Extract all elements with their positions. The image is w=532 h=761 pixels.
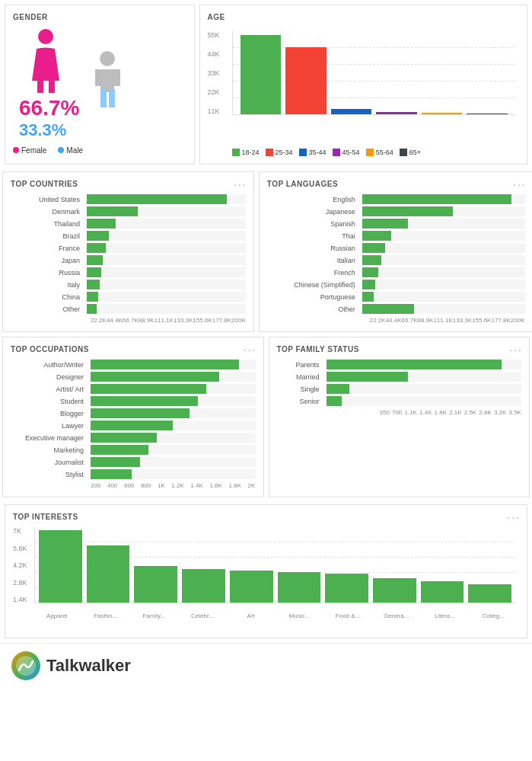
family-section: ··· TOP FAMILY STATUS ParentsMarriedSing…: [269, 337, 530, 497]
list-item: [39, 530, 82, 603]
list-item: Stylist: [11, 469, 256, 479]
male-icon: [91, 50, 125, 118]
list-item: French: [267, 267, 525, 277]
bar-label: Japan: [11, 257, 83, 264]
bar-label: Other: [267, 305, 358, 313]
list-item: [325, 574, 368, 603]
bar-fill: [91, 420, 173, 430]
bar-track: [91, 384, 256, 394]
interest-x-label: Genera...: [374, 612, 419, 619]
bar-label: Lawyer: [11, 422, 87, 430]
list-item: Journalist: [11, 457, 256, 467]
list-item: United States: [11, 194, 246, 204]
bar-label: Designer: [11, 373, 87, 381]
interests-dots-menu[interactable]: ···: [507, 511, 521, 523]
list-item: [134, 566, 177, 603]
bar-track: [362, 243, 525, 253]
interest-bar: [39, 530, 82, 603]
occupations-bars: Author/WriterDesignerArtist/ ArtStudentB…: [11, 360, 256, 479]
age-bars: [241, 30, 508, 114]
bar-fill: [87, 304, 97, 314]
gender-title: GENDER: [13, 13, 186, 21]
family-bars: ParentsMarriedSingleSenior: [277, 360, 522, 406]
svg-rect-2: [49, 79, 55, 93]
countries-dots-menu[interactable]: ···: [234, 178, 247, 190]
bar-fill: [87, 219, 116, 229]
bar-track: [91, 420, 256, 430]
list-item: China: [11, 292, 246, 302]
list-item: Japan: [11, 255, 246, 265]
talkwalker-brand: Talkwalker: [46, 656, 131, 676]
list-item: Italy: [11, 280, 246, 289]
occupations-dots-menu[interactable]: ···: [244, 344, 257, 356]
bar-label: Artist/ Art: [11, 385, 87, 393]
bar-track: [87, 194, 246, 204]
age-bar-35-44: [331, 109, 372, 114]
bar-label: Japanese: [267, 208, 358, 216]
bar-fill: [87, 280, 100, 289]
list-item: [87, 545, 130, 603]
languages-dots-menu[interactable]: ···: [513, 178, 527, 190]
list-item: Parents: [277, 360, 522, 369]
interest-bar: [373, 578, 416, 603]
list-item: Russia: [11, 267, 246, 277]
bar-label: Thailand: [11, 220, 83, 228]
interest-bar: [182, 569, 225, 603]
female-icon: [25, 27, 67, 96]
age-section: AGE 55K44K33K22K11K: [199, 5, 528, 165]
bar-fill: [362, 231, 391, 241]
bar-label: Denmark: [11, 208, 83, 216]
age-bar-45-54: [376, 112, 417, 114]
gender-legend: Female Male: [13, 146, 186, 155]
list-item: Single: [277, 384, 522, 394]
bar-fill: [362, 267, 378, 277]
list-item: Blogger: [11, 408, 256, 418]
interest-bar: [87, 545, 130, 603]
occupations-section: ··· TOP OCCUPATIONS Author/WriterDesigne…: [2, 337, 264, 497]
family-dots-menu[interactable]: ···: [509, 344, 523, 356]
interest-bar: [278, 572, 321, 603]
bar-fill: [87, 194, 227, 204]
list-item: English: [267, 194, 525, 204]
bar-fill: [362, 206, 454, 216]
interest-bar: [421, 581, 464, 603]
talkwalker-icon: [11, 651, 40, 680]
bar-track: [87, 304, 246, 314]
bar-fill: [327, 360, 502, 369]
list-item: Thailand: [11, 219, 246, 229]
bar-fill: [87, 292, 98, 302]
svg-point-3: [100, 51, 115, 66]
list-item: Executive manager: [11, 433, 256, 443]
age-bar-18-24: [241, 35, 282, 115]
footer: Talkwalker: [0, 643, 532, 688]
list-item: Author/Writer: [11, 360, 256, 369]
list-item: Russian: [267, 243, 525, 253]
age-bar-25-34: [285, 47, 327, 114]
list-item: Student: [11, 396, 256, 406]
bar-label: English: [267, 196, 358, 203]
bar-track: [87, 280, 246, 289]
bar-label: Thai: [267, 232, 358, 240]
bar-track: [91, 457, 256, 467]
countries-bars: United StatesDenmarkThailandBrazilFrance…: [11, 194, 246, 314]
list-item: Artist/ Art: [11, 384, 256, 394]
bar-label: Journalist: [11, 459, 87, 466]
bar-label: Italian: [267, 257, 358, 264]
bar-label: Married: [277, 373, 323, 381]
bar-label: Spanish: [267, 220, 358, 228]
list-item: Italian: [267, 255, 525, 265]
bar-label: Blogger: [11, 410, 87, 417]
bar-track: [362, 280, 525, 289]
bar-fill: [87, 267, 101, 277]
interests-y-axis: 7K5.6K4.2K2.8K1.4K: [13, 527, 27, 603]
bar-label: Senior: [277, 398, 323, 405]
bar-fill: [362, 255, 382, 265]
interest-x-label: Food &...: [326, 612, 370, 619]
bar-track: [91, 396, 256, 406]
bar-fill: [362, 304, 414, 314]
occ-family-row: ··· TOP OCCUPATIONS Author/WriterDesigne…: [0, 334, 532, 500]
list-item: Brazil: [11, 231, 246, 241]
bar-fill: [362, 243, 385, 253]
bar-label: Author/Writer: [11, 361, 87, 369]
bar-track: [87, 219, 246, 229]
